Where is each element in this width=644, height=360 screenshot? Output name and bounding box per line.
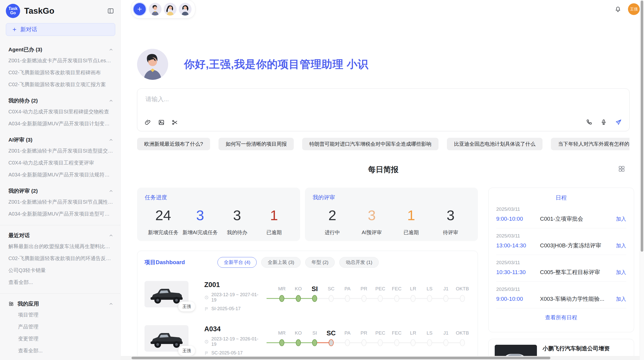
chevron-up-icon[interactable] — [109, 138, 113, 142]
view-all-schedule-link[interactable]: 查看所有日程 — [496, 314, 626, 321]
view-all-link[interactable]: 查看全部... — [8, 345, 113, 357]
tab-年型[interactable]: 年型 (2) — [305, 257, 335, 268]
paperclip-icon[interactable] — [144, 119, 151, 126]
sidebar-item[interactable]: Z001-全新燃油轻卡产品开发项目SI造型提交物评审 — [8, 145, 113, 157]
suggestion-chip[interactable]: 欧洲新规最近颁布了什么? — [137, 138, 210, 150]
milestone-dot[interactable] — [312, 295, 317, 302]
top-bar: 王强 — [137, 0, 630, 18]
join-event-link[interactable]: 加入 — [616, 242, 626, 249]
phone-icon[interactable] — [586, 119, 593, 126]
sidebar-link-我的云空间[interactable]: 我的云空间 — [8, 357, 113, 360]
chat-input[interactable] — [145, 95, 622, 103]
suggestion-chip[interactable]: 比亚迪全固态电池计划具体说了什么 — [447, 138, 543, 150]
collapse-panel-icon[interactable] — [107, 7, 114, 14]
suggestion-chip[interactable]: 如何写一份清晰的项目周报 — [218, 138, 294, 150]
vertical-scrollbar-thumb[interactable] — [641, 1, 643, 252]
app-item[interactable]: 变更管理 — [8, 333, 113, 345]
chevron-up-icon[interactable] — [109, 47, 113, 52]
milestone-dot[interactable] — [329, 295, 334, 302]
join-event-link[interactable]: 加入 — [616, 296, 626, 303]
milestone-dot[interactable] — [394, 339, 399, 346]
layout-grid-icon[interactable] — [618, 165, 625, 173]
join-event-link[interactable]: 加入 — [616, 269, 626, 276]
tab-动总开发[interactable]: 动总开发 (1) — [339, 257, 379, 268]
sidebar-item[interactable]: C02-飞腾新能源轻客改款项目立项汇报方案 — [8, 79, 113, 91]
sidebar-item[interactable]: A034-全新新能源MUV产品开发项目计划变更表编写 — [8, 118, 113, 130]
tab-全新上装[interactable]: 全新上装 (3) — [261, 257, 301, 268]
suggestion-chip[interactable]: 特朗普可能对进口汽车增税会对中国车企造成哪些影响 — [302, 138, 438, 150]
chevron-up-icon[interactable] — [109, 189, 113, 193]
new-chat-button[interactable]: 新对话 — [6, 23, 115, 36]
milestone-PR: PR — [356, 283, 372, 311]
milestone-dot[interactable] — [378, 295, 383, 302]
milestone-dot[interactable] — [296, 339, 301, 346]
milestone-label: J1 — [438, 328, 454, 338]
app-item[interactable]: 项目管理 — [8, 309, 113, 321]
app-item[interactable]: 产品管理 — [8, 321, 113, 333]
milestone-dot[interactable] — [279, 339, 284, 346]
milestone-dot[interactable] — [411, 339, 416, 346]
recent-chat-item[interactable]: C02-飞腾新能源轻客改款项目的闭环通告反馈情况 — [8, 252, 113, 264]
milestone-dot[interactable] — [427, 339, 432, 346]
view-all-link[interactable]: 查看全部... — [8, 276, 113, 288]
sidebar-item[interactable]: C02-飞腾新能源轻客改款项目里程碑画布 — [8, 67, 113, 79]
notification-bell-icon[interactable] — [614, 6, 621, 13]
milestone-dot[interactable] — [361, 339, 367, 346]
male-avatar[interactable] — [149, 3, 162, 16]
sidebar-item[interactable]: C0X4-动力总成开发项目工程变更评审 — [8, 157, 113, 169]
project-owner-badge[interactable]: 王强 — [178, 302, 195, 311]
female-headset-avatar[interactable] — [179, 3, 192, 16]
image-icon[interactable] — [158, 119, 165, 126]
milestone-dot[interactable] — [411, 295, 416, 302]
recent-chat-item[interactable]: 公司Q3轻卡销量 — [8, 264, 113, 276]
milestone-dot[interactable] — [443, 295, 448, 302]
milestone-SI: SI — [306, 283, 323, 311]
tab-全新平台[interactable]: 全新平台 (4) — [217, 257, 257, 268]
milestone-dot[interactable] — [279, 295, 284, 302]
milestone-PA: PA — [339, 283, 356, 311]
vertical-scrollbar[interactable] — [640, 0, 644, 360]
right-column: 日程 2025/03/119:00-10:00C001-立项审批会加入2025/… — [488, 188, 634, 360]
milestone-dot[interactable] — [460, 295, 465, 302]
send-icon[interactable] — [615, 118, 622, 126]
chevron-up-icon[interactable] — [109, 302, 113, 306]
milestone-FEC: FEC — [389, 328, 405, 356]
sidebar-item[interactable]: A034-全新新能源MUV产品开发项目法规符合性评审 — [8, 169, 113, 181]
suggestion-chip[interactable]: 当下年轻人对汽车外观有怎样的喜好趋势 — [551, 138, 630, 150]
milestone-dot[interactable] — [329, 339, 334, 346]
sidebar-item[interactable]: A034-全新新能源MUV产品开发项目造型可行性评审 — [8, 208, 113, 220]
sidebar-scroll[interactable]: Agent已办 (3)Z001-全新燃油皮卡产品开发项目SI节点Lesson L… — [0, 39, 120, 360]
mic-icon[interactable] — [600, 119, 607, 126]
milestone-dot[interactable] — [312, 339, 317, 346]
milestone-dot[interactable] — [394, 295, 399, 302]
female-avatar[interactable] — [164, 3, 177, 16]
join-event-link[interactable]: 加入 — [616, 216, 626, 222]
milestone-label: PEC — [372, 328, 389, 338]
recent-chat-item[interactable]: 解释最新出台的欧盟报废车法规再生塑料比例被调至15%... — [8, 241, 113, 252]
milestone-dot[interactable] — [378, 339, 383, 346]
sidebar-item[interactable]: Z001-全新燃油皮卡产品开发项目SI节点Lesson Learn报告 — [8, 55, 113, 67]
scissors-icon[interactable] — [171, 119, 178, 126]
milestone-dot[interactable] — [460, 339, 465, 346]
sidebar-item[interactable]: C0X4-动力总成开发项目SI里程碑提交物检查 — [8, 106, 113, 118]
milestone-dot[interactable] — [427, 295, 432, 302]
user-avatar[interactable]: 王强 — [628, 3, 640, 15]
milestone-label: OKTB — [454, 283, 471, 294]
milestone-dot[interactable] — [345, 295, 350, 302]
milestone-label: KO — [290, 283, 307, 294]
sidebar-item[interactable]: Z001-全新燃油轻卡产品开发项目SI节点属性5D文件评审 — [8, 196, 113, 208]
milestone-dot[interactable] — [345, 339, 350, 346]
project-code[interactable]: A034 — [204, 325, 263, 333]
left-column: 任务进度24新增完成任务3新增AI完成任务3我的待办1已逾期我的评审2进行中3A… — [137, 188, 478, 360]
milestone-dot[interactable] — [443, 339, 448, 346]
horizontal-scrollbar-thumb[interactable] — [131, 357, 550, 359]
milestone-dot[interactable] — [296, 295, 301, 302]
milestone-dot[interactable] — [361, 295, 367, 302]
chevron-up-icon[interactable] — [109, 233, 113, 238]
horizontal-scrollbar[interactable] — [120, 356, 640, 360]
milestone-PR: PR — [356, 328, 372, 356]
project-owner-badge[interactable]: 王强 — [178, 346, 195, 356]
chevron-up-icon[interactable] — [109, 98, 113, 103]
add-agent-button[interactable] — [133, 2, 147, 16]
project-code[interactable]: Z001 — [204, 281, 263, 289]
